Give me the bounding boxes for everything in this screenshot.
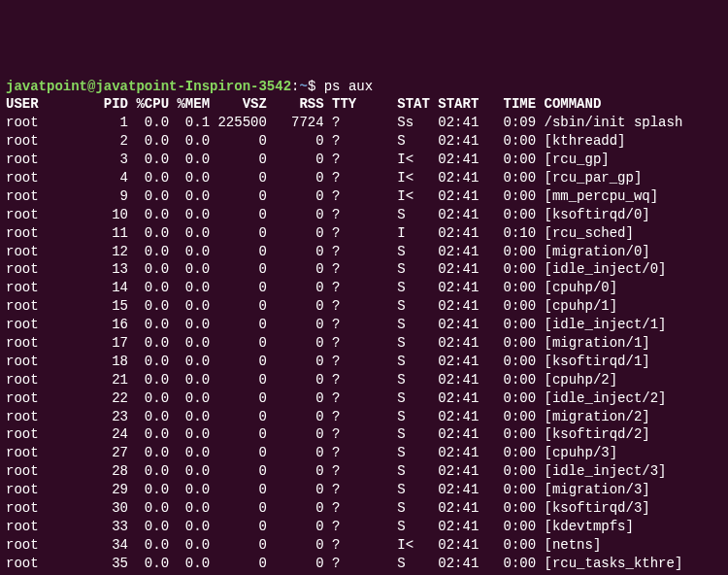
column-headers: USER PID %CPU %MEM VSZ RSS TTY STAT STAR… [6,96,601,112]
process-rows: root 1 0.0 0.1 225500 7724 ? Ss 02:41 0:… [6,115,682,575]
terminal-output[interactable]: javatpoint@javatpoint-Inspiron-3542:~$ p… [6,78,722,575]
prompt-user-host: javatpoint@javatpoint-Inspiron-3542 [6,79,291,94]
prompt-line: javatpoint@javatpoint-Inspiron-3542:~$ p… [6,79,373,94]
prompt-dollar: $ [308,79,324,94]
command-text: ps aux [324,79,373,94]
prompt-path: ~ [299,79,307,94]
